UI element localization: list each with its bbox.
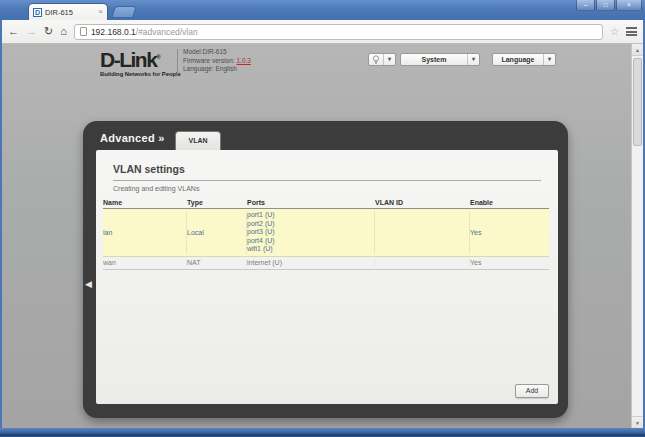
tab-title: DIR-615 <box>45 8 95 17</box>
browser-titlebar: D DIR-615 × – □ × <box>0 0 645 20</box>
browser-menu-icon[interactable] <box>626 26 637 38</box>
language-dropdown[interactable]: Language ▾ <box>492 53 556 66</box>
refresh-button[interactable]: ↻ <box>44 26 53 37</box>
logo-registered-mark: ® <box>156 54 160 60</box>
address-bar[interactable]: 192.168.0.1/#advanced/vlan <box>74 24 603 40</box>
back-button[interactable]: ← <box>8 26 19 37</box>
col-header-enable: Enable <box>470 199 549 206</box>
language-line: Language: English <box>183 65 251 74</box>
chevron-down-icon: ▾ <box>543 54 555 65</box>
minimize-button[interactable]: – <box>576 0 595 11</box>
chevron-down-icon: ▾ <box>383 54 395 65</box>
col-header-type: Type <box>187 199 247 206</box>
vlan-table: Name Type Ports VLAN ID Enable lan Local… <box>103 199 549 270</box>
col-header-ports: Ports <box>247 199 375 206</box>
lightbulb-icon <box>369 55 383 65</box>
panel-collapse-arrow-icon[interactable]: ◀ <box>85 279 92 289</box>
notifications-dropdown[interactable]: ▾ <box>368 53 396 66</box>
window-controls: – □ × <box>576 0 642 11</box>
table-row-lan[interactable]: lan Local port1 (U) port2 (U) port3 (U) … <box>103 209 549 257</box>
tab-close-icon[interactable]: × <box>98 8 103 16</box>
browser-window: D DIR-615 × – □ × ← → ↻ ⌂ 192.168.0.1/#a… <box>0 0 645 437</box>
lan-enable-link[interactable]: Yes <box>470 211 549 254</box>
language-dropdown-label: Language <box>493 56 543 63</box>
lan-type-link[interactable]: Local <box>187 211 247 254</box>
lan-vlan-id-cell <box>375 211 470 254</box>
system-dropdown[interactable]: System ▾ <box>400 53 480 66</box>
port-link[interactable]: port4 (U) <box>247 237 374 246</box>
wan-type-link[interactable]: NAT <box>187 259 247 266</box>
title-divider <box>113 180 541 181</box>
logo-tagline: Building Networks for People <box>100 71 181 77</box>
maximize-button[interactable]: □ <box>596 0 615 11</box>
scroll-down-icon[interactable]: ▼ <box>632 416 643 428</box>
wan-ports-list[interactable]: internet (U) <box>247 259 375 266</box>
dlink-logo: D-Link® Building Networks for People <box>100 47 181 77</box>
url-path: /#advanced/vlan <box>136 27 198 37</box>
add-button[interactable]: Add <box>515 384 549 398</box>
favicon-dlink-icon: D <box>33 8 42 17</box>
bookmark-star-icon[interactable]: ☆ <box>610 27 619 37</box>
browser-toolbar: ← → ↻ ⌂ 192.168.0.1/#advanced/vlan ☆ <box>2 20 643 44</box>
lan-ports-list[interactable]: port1 (U) port2 (U) port3 (U) port4 (U) … <box>247 211 375 254</box>
firmware-line: Firmware version: 1.0.3 <box>183 57 251 66</box>
model-line: Model:DIR-615 <box>183 48 251 57</box>
page-viewport: D-Link® Building Networks for People Mod… <box>2 44 643 428</box>
page-subtitle: Creating and editing VLANs <box>113 185 199 192</box>
scrollbar-thumb[interactable] <box>633 58 642 146</box>
table-row-wan[interactable]: wan NAT internet (U) Yes <box>103 257 549 270</box>
firmware-version-link[interactable]: 1.0.3 <box>236 57 250 64</box>
chevron-down-icon: ▾ <box>467 54 479 65</box>
col-header-name: Name <box>103 199 187 206</box>
port-link[interactable]: port3 (U) <box>247 228 374 237</box>
wan-enable-link[interactable]: Yes <box>470 259 549 266</box>
table-header-row: Name Type Ports VLAN ID Enable <box>103 199 549 209</box>
close-window-button[interactable]: × <box>616 0 642 11</box>
browser-tab[interactable]: D DIR-615 × <box>28 3 108 20</box>
tab-vlan[interactable]: VLAN <box>175 131 221 150</box>
system-dropdown-label: System <box>401 56 467 63</box>
col-header-vlan-id: VLAN ID <box>375 199 470 206</box>
lan-name-link[interactable]: lan <box>103 211 187 254</box>
logo-text: D-Link <box>100 48 156 71</box>
device-info: Model:DIR-615 Firmware version: 1.0.3 La… <box>183 48 251 74</box>
page-title: VLAN settings <box>113 163 185 175</box>
header-divider <box>177 49 178 76</box>
url-host: 192.168.0.1 <box>91 27 136 37</box>
port-link[interactable]: port1 (U) <box>247 211 374 220</box>
forward-button[interactable]: → <box>26 26 37 37</box>
wan-vlan-id-cell <box>375 259 470 266</box>
new-tab-button[interactable] <box>111 6 137 18</box>
page-icon <box>80 27 87 36</box>
scrollbar[interactable]: ▲ ▼ <box>631 44 643 428</box>
firmware-label: Firmware version: <box>183 57 235 64</box>
window-frame-bottom <box>0 428 645 437</box>
wan-name-link[interactable]: wan <box>103 259 187 266</box>
port-link[interactable]: port2 (U) <box>247 220 374 229</box>
home-button[interactable]: ⌂ <box>60 26 67 37</box>
breadcrumb: Advanced » <box>100 132 165 144</box>
scroll-up-icon[interactable]: ▲ <box>632 44 643 56</box>
window-frame-left <box>0 20 2 437</box>
settings-panel: Advanced » VLAN ◀ VLAN settings Creating… <box>83 121 568 418</box>
port-link[interactable]: wifi1 (U) <box>247 245 374 254</box>
vlan-settings-card: VLAN settings Creating and editing VLANs… <box>96 150 558 404</box>
